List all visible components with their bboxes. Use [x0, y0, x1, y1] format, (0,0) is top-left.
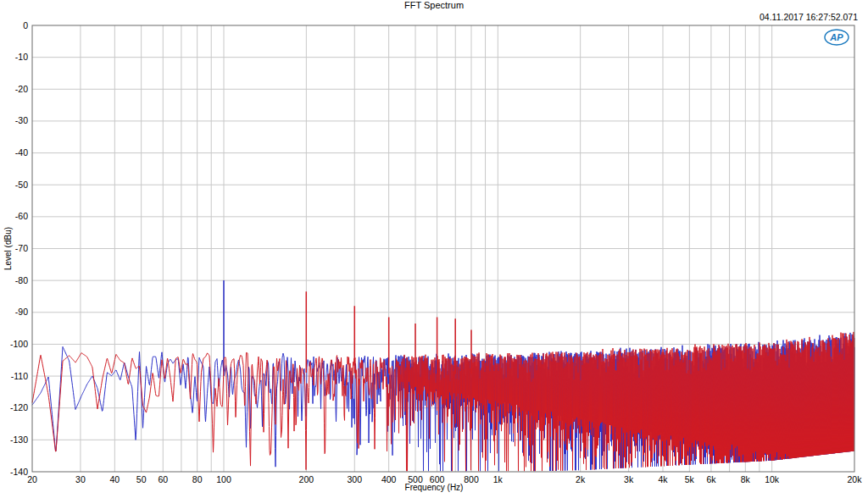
- audio-precision-logo-icon: AP: [821, 28, 853, 47]
- y-tick-label: -100: [10, 339, 28, 349]
- y-axis-label: Level (dBu): [3, 211, 13, 287]
- y-tick-label: -20: [15, 84, 28, 94]
- y-tick-label: 0: [23, 20, 28, 30]
- y-tick-label: -130: [10, 434, 28, 445]
- y-tick-label: -80: [15, 275, 28, 285]
- x-axis-label: Frequency (Hz): [0, 483, 868, 492]
- y-tick-label: -30: [15, 115, 28, 125]
- y-tick-label: -10: [15, 52, 28, 62]
- y-tick-label: -40: [15, 147, 28, 158]
- y-tick-label: -120: [10, 402, 28, 412]
- y-tick-label: -60: [15, 211, 28, 221]
- y-tick-label: -140: [10, 467, 28, 477]
- fft-spectrum-window: FFT Spectrum 04.11.2017 16:27:52.071 0-1…: [0, 0, 868, 498]
- y-tick-label: -50: [15, 180, 28, 190]
- y-tick-label: -70: [15, 243, 28, 253]
- y-tick-label: -90: [15, 307, 28, 317]
- logo-text: AP: [829, 32, 843, 42]
- fft-plot: 0-10-20-30-40-50-60-70-80-90-100-110-120…: [0, 0, 868, 498]
- y-tick-label: -110: [11, 371, 28, 381]
